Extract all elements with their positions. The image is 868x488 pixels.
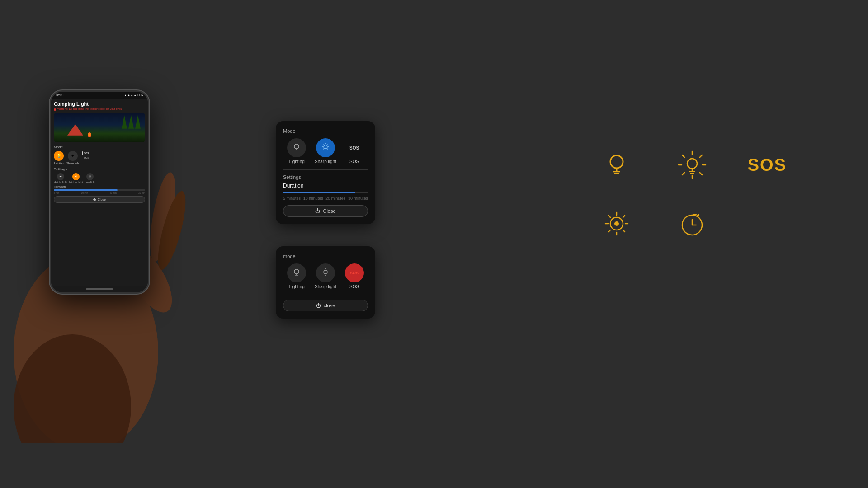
trees-decoration (122, 115, 141, 129)
svg-line-36 (682, 173, 684, 175)
panel-top-settings-label: Settings (283, 174, 368, 180)
status-bar: 16:20 ● ▲▲▲ □□ ▪ (51, 92, 148, 99)
panel-top-divider (283, 169, 368, 170)
close-button-phone[interactable]: ⏻ Close (54, 196, 145, 203)
status-time: 16:20 (56, 94, 64, 97)
svg-line-15 (327, 145, 328, 145)
panel-bottom-sos[interactable]: SOS SOS (345, 263, 364, 289)
middle-light[interactable]: ☀ Middle light (69, 173, 83, 183)
mode-sharplight[interactable]: ✦ Sharp light (66, 151, 80, 164)
panel-top-lighting-label: Lighting (289, 159, 305, 164)
slider-marks: 5 min 10 min 20 min 30 min (54, 192, 145, 194)
panel-top-mode-label: Mode (283, 128, 368, 134)
warn-text: Warning: Do not shine the camping light … (57, 108, 122, 111)
sos-label-icon: SOS (748, 155, 787, 175)
settings-section-label: Settings (54, 167, 145, 171)
panel-bottom-sos-icon: SOS (345, 263, 364, 282)
icon-sos-text: SOS (748, 149, 787, 181)
panel-bottom-sharplight-label: Sharp light (315, 284, 336, 289)
svg-point-37 (687, 159, 697, 169)
panel-top-lighting[interactable]: Lighting (287, 138, 306, 164)
panel-bottom-lighting-label: Lighting (289, 284, 305, 289)
svg-line-33 (682, 155, 684, 157)
panel-top: Mode Lighting Sharp light SOS SOS Settin… (276, 121, 375, 224)
panel-top-sharplight-icon (316, 138, 335, 157)
phone-body: 16:20 ● ▲▲▲ □□ ▪ Camping Light Warning: … (50, 90, 149, 294)
svg-point-5 (294, 144, 299, 149)
low-light-label: Low light (85, 181, 95, 183)
duration-label: Duration (54, 185, 145, 188)
status-icons: ● ▲▲▲ □□ ▪ (124, 94, 143, 97)
panel-top-duration-label: Duration (283, 183, 368, 189)
phone-warning: Warning: Do not shine the camping light … (54, 108, 145, 111)
svg-line-16 (323, 149, 324, 150)
power-icon-small: ⏻ (93, 198, 96, 201)
svg-line-47 (609, 216, 610, 217)
brightness-row: ☀ Height light ☀ Middle light ☀ Low ligh… (54, 173, 145, 183)
svg-point-8 (324, 145, 327, 149)
sos-label: SOS (84, 156, 90, 159)
panel-top-slider-marks: 5 minutes 10 minutes 20 minutes 30 minut… (283, 196, 368, 201)
warn-dot (54, 108, 56, 111)
mode-sos[interactable]: SOS SOS (82, 151, 91, 164)
middle-light-icon: ☀ (72, 173, 80, 180)
height-light[interactable]: ☀ Height light (54, 173, 67, 183)
slider-fill (54, 189, 118, 191)
panel-top-sos-label: SOS (349, 159, 359, 164)
sharplight-icon: ✦ (68, 151, 78, 161)
panel-top-power-icon: ⏻ (315, 208, 320, 214)
panel-bottom-sharplight-icon (316, 263, 335, 282)
panel-bottom-lighting[interactable]: Lighting (287, 263, 306, 289)
phone-screen: Camping Light Warning: Do not shine the … (51, 99, 148, 286)
height-light-icon: ☀ (57, 173, 64, 180)
mode-section-label: Mode (54, 145, 145, 149)
svg-line-35 (700, 155, 702, 157)
svg-line-48 (623, 230, 625, 232)
panel-bottom-lighting-icon (287, 263, 306, 282)
panel-bottom-close-button[interactable]: ⏻ close (283, 300, 368, 311)
panel-top-slider[interactable] (283, 192, 368, 193)
svg-point-25 (610, 155, 623, 168)
sharplight-label: Sharp light (66, 162, 80, 164)
panel-top-lighting-icon (287, 138, 306, 157)
lighting-label: Lighting (54, 162, 63, 164)
svg-line-13 (323, 145, 324, 145)
phone-home-bar (86, 288, 113, 290)
panel-top-sharplight[interactable]: Sharp light (315, 138, 336, 164)
lighting-icon: 💡 (54, 151, 64, 161)
low-light[interactable]: ☀ Low light (85, 173, 95, 183)
panel-bottom-mode-label: mode (283, 253, 368, 259)
low-light-icon: ☀ (86, 173, 94, 180)
height-light-label: Height light (54, 181, 67, 183)
svg-line-49 (623, 216, 625, 217)
panel-top-slider-fill (283, 192, 355, 193)
duration-slider[interactable] (54, 189, 145, 191)
panel-top-close-button[interactable]: ⏻ Close (283, 205, 368, 217)
panel-top-sos[interactable]: SOS SOS (345, 138, 364, 164)
icon-bulb-rays (673, 149, 712, 181)
panel-bottom-close-label: close (324, 303, 335, 308)
icon-brightness-dial (597, 208, 636, 239)
panel-bottom-divider (283, 295, 368, 295)
middle-light-label: Middle light (69, 181, 83, 183)
panel-bottom: mode Lighting Sharp light SOS SOS ⏻ clos… (276, 246, 375, 319)
svg-line-50 (609, 230, 610, 232)
panel-top-sos-badge: SOS (345, 138, 364, 157)
icon-bulb-plain (597, 149, 636, 181)
camp-image (54, 113, 145, 142)
svg-line-34 (700, 173, 702, 175)
mode-lighting[interactable]: 💡 Lighting (54, 151, 64, 164)
panel-top-mode-row: Lighting Sharp light SOS SOS (283, 138, 368, 164)
phone-mockup: 16:20 ● ▲▲▲ □□ ▪ Camping Light Warning: … (36, 90, 181, 294)
panel-top-sharplight-label: Sharp light (315, 159, 336, 164)
close-label-phone: Close (98, 198, 106, 201)
panel-bottom-sharplight[interactable]: Sharp light (315, 263, 336, 289)
panel-bottom-sos-label: SOS (349, 284, 359, 289)
svg-point-3 (145, 171, 180, 263)
svg-point-20 (324, 270, 327, 274)
icon-clock-timer (673, 208, 712, 239)
svg-point-17 (294, 269, 299, 274)
mode-row: 💡 Lighting ✦ Sharp light SOS SOS (54, 151, 145, 164)
phone-app-title: Camping Light (54, 101, 145, 107)
campfire-icon (88, 132, 91, 137)
